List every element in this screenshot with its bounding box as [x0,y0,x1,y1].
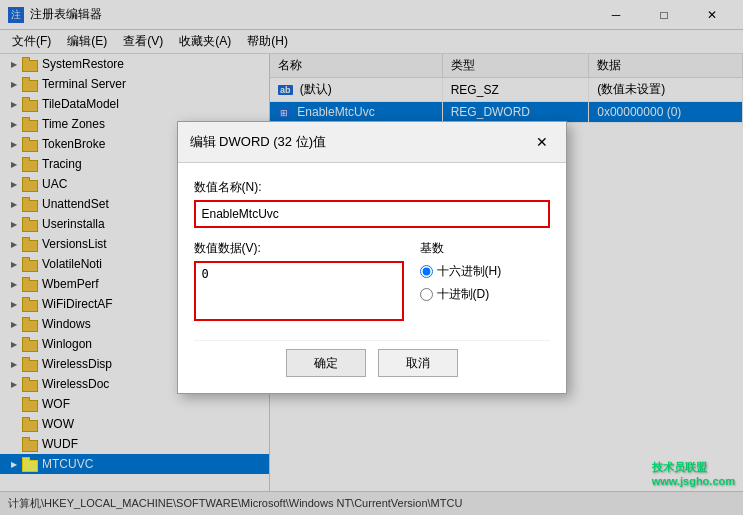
radio-dec-text: 十进制(D) [437,286,490,303]
watermark-line1: 技术员联盟 [652,460,735,475]
radio-hex-label[interactable]: 十六进制(H) [420,263,550,280]
radio-dec[interactable] [420,288,433,301]
data-label: 数值数据(V): [194,240,404,257]
dialog-close-button[interactable]: ✕ [530,130,554,154]
cancel-button[interactable]: 取消 [378,349,458,377]
dialog-titlebar: 编辑 DWORD (32 位)值 ✕ [178,122,566,163]
radio-hex-text: 十六进制(H) [437,263,502,280]
base-title: 基数 [420,240,550,257]
dialog-row: 数值数据(V): 0 基数 十六进制(H) 十进制(D) [194,240,550,324]
dialog-overlay: 编辑 DWORD (32 位)值 ✕ 数值名称(N): 数值数据(V): 0 基… [0,0,743,515]
watermark: 技术员联盟 www.jsgho.com [652,460,735,487]
base-area: 基数 十六进制(H) 十进制(D) [420,240,550,309]
name-label: 数值名称(N): [194,179,550,196]
radio-dec-label[interactable]: 十进制(D) [420,286,550,303]
name-input[interactable] [194,200,550,228]
dialog-body: 数值名称(N): 数值数据(V): 0 基数 十六进制(H) 十进制(D) [178,163,566,393]
dword-dialog: 编辑 DWORD (32 位)值 ✕ 数值名称(N): 数值数据(V): 0 基… [177,121,567,394]
dialog-title: 编辑 DWORD (32 位)值 [190,133,327,151]
watermark-line2: www.jsgho.com [652,475,735,487]
dialog-buttons: 确定 取消 [194,340,550,377]
radio-hex[interactable] [420,265,433,278]
ok-button[interactable]: 确定 [286,349,366,377]
value-area: 数值数据(V): 0 [194,240,404,324]
data-input[interactable]: 0 [194,261,404,321]
